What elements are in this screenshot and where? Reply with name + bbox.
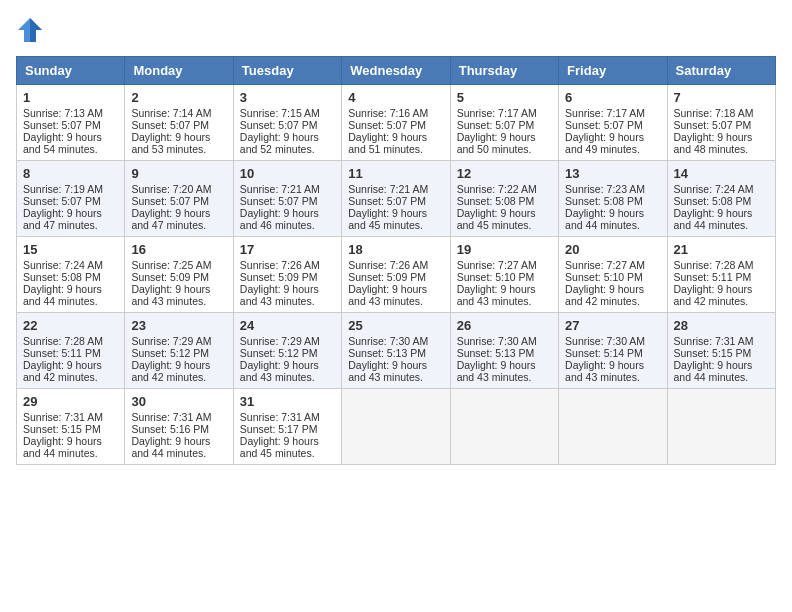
day-number: 20 [565, 242, 660, 257]
daylight-text: Daylight: 9 hours and 45 minutes. [240, 435, 319, 459]
calendar-day: 2Sunrise: 7:14 AMSunset: 5:07 PMDaylight… [125, 85, 233, 161]
daylight-text: Daylight: 9 hours and 54 minutes. [23, 131, 102, 155]
day-number: 28 [674, 318, 769, 333]
calendar-day: 31Sunrise: 7:31 AMSunset: 5:17 PMDayligh… [233, 389, 341, 465]
daylight-text: Daylight: 9 hours and 47 minutes. [23, 207, 102, 231]
daylight-text: Daylight: 9 hours and 44 minutes. [674, 207, 753, 231]
calendar-day: 5Sunrise: 7:17 AMSunset: 5:07 PMDaylight… [450, 85, 558, 161]
sunrise-text: Sunrise: 7:24 AM [23, 259, 103, 271]
daylight-text: Daylight: 9 hours and 47 minutes. [131, 207, 210, 231]
day-number: 31 [240, 394, 335, 409]
daylight-text: Daylight: 9 hours and 43 minutes. [457, 359, 536, 383]
sunrise-text: Sunrise: 7:31 AM [240, 411, 320, 423]
calendar-header-row: SundayMondayTuesdayWednesdayThursdayFrid… [17, 57, 776, 85]
weekday-header: Thursday [450, 57, 558, 85]
day-number: 16 [131, 242, 226, 257]
sunrise-text: Sunrise: 7:26 AM [348, 259, 428, 271]
day-number: 5 [457, 90, 552, 105]
sunset-text: Sunset: 5:14 PM [565, 347, 643, 359]
sunrise-text: Sunrise: 7:21 AM [348, 183, 428, 195]
sunset-text: Sunset: 5:15 PM [23, 423, 101, 435]
day-number: 25 [348, 318, 443, 333]
sunset-text: Sunset: 5:13 PM [348, 347, 426, 359]
calendar-day: 13Sunrise: 7:23 AMSunset: 5:08 PMDayligh… [559, 161, 667, 237]
daylight-text: Daylight: 9 hours and 43 minutes. [457, 283, 536, 307]
day-number: 21 [674, 242, 769, 257]
daylight-text: Daylight: 9 hours and 46 minutes. [240, 207, 319, 231]
calendar-day: 15Sunrise: 7:24 AMSunset: 5:08 PMDayligh… [17, 237, 125, 313]
daylight-text: Daylight: 9 hours and 51 minutes. [348, 131, 427, 155]
day-number: 24 [240, 318, 335, 333]
calendar-day: 18Sunrise: 7:26 AMSunset: 5:09 PMDayligh… [342, 237, 450, 313]
calendar-day: 30Sunrise: 7:31 AMSunset: 5:16 PMDayligh… [125, 389, 233, 465]
sunrise-text: Sunrise: 7:16 AM [348, 107, 428, 119]
calendar-week-row: 22Sunrise: 7:28 AMSunset: 5:11 PMDayligh… [17, 313, 776, 389]
daylight-text: Daylight: 9 hours and 43 minutes. [348, 283, 427, 307]
day-number: 2 [131, 90, 226, 105]
sunrise-text: Sunrise: 7:17 AM [457, 107, 537, 119]
sunrise-text: Sunrise: 7:30 AM [348, 335, 428, 347]
sunset-text: Sunset: 5:17 PM [240, 423, 318, 435]
day-number: 30 [131, 394, 226, 409]
sunrise-text: Sunrise: 7:25 AM [131, 259, 211, 271]
sunrise-text: Sunrise: 7:22 AM [457, 183, 537, 195]
sunrise-text: Sunrise: 7:28 AM [23, 335, 103, 347]
weekday-header: Wednesday [342, 57, 450, 85]
day-number: 10 [240, 166, 335, 181]
sunrise-text: Sunrise: 7:28 AM [674, 259, 754, 271]
daylight-text: Daylight: 9 hours and 45 minutes. [457, 207, 536, 231]
calendar-day: 23Sunrise: 7:29 AMSunset: 5:12 PMDayligh… [125, 313, 233, 389]
sunrise-text: Sunrise: 7:29 AM [240, 335, 320, 347]
sunset-text: Sunset: 5:07 PM [23, 195, 101, 207]
day-number: 4 [348, 90, 443, 105]
calendar-day: 10Sunrise: 7:21 AMSunset: 5:07 PMDayligh… [233, 161, 341, 237]
sunset-text: Sunset: 5:15 PM [674, 347, 752, 359]
daylight-text: Daylight: 9 hours and 44 minutes. [565, 207, 644, 231]
sunrise-text: Sunrise: 7:24 AM [674, 183, 754, 195]
sunrise-text: Sunrise: 7:13 AM [23, 107, 103, 119]
sunrise-text: Sunrise: 7:26 AM [240, 259, 320, 271]
daylight-text: Daylight: 9 hours and 53 minutes. [131, 131, 210, 155]
weekday-header: Tuesday [233, 57, 341, 85]
sunset-text: Sunset: 5:11 PM [674, 271, 752, 283]
day-number: 11 [348, 166, 443, 181]
sunrise-text: Sunrise: 7:27 AM [565, 259, 645, 271]
calendar-day: 26Sunrise: 7:30 AMSunset: 5:13 PMDayligh… [450, 313, 558, 389]
day-number: 19 [457, 242, 552, 257]
sunset-text: Sunset: 5:07 PM [348, 195, 426, 207]
day-number: 6 [565, 90, 660, 105]
day-number: 27 [565, 318, 660, 333]
sunrise-text: Sunrise: 7:18 AM [674, 107, 754, 119]
daylight-text: Daylight: 9 hours and 43 minutes. [240, 283, 319, 307]
calendar-day: 20Sunrise: 7:27 AMSunset: 5:10 PMDayligh… [559, 237, 667, 313]
day-number: 15 [23, 242, 118, 257]
calendar-day: 4Sunrise: 7:16 AMSunset: 5:07 PMDaylight… [342, 85, 450, 161]
sunset-text: Sunset: 5:08 PM [565, 195, 643, 207]
sunrise-text: Sunrise: 7:27 AM [457, 259, 537, 271]
weekday-header: Friday [559, 57, 667, 85]
calendar-week-row: 8Sunrise: 7:19 AMSunset: 5:07 PMDaylight… [17, 161, 776, 237]
calendar-day: 29Sunrise: 7:31 AMSunset: 5:15 PMDayligh… [17, 389, 125, 465]
sunset-text: Sunset: 5:09 PM [240, 271, 318, 283]
daylight-text: Daylight: 9 hours and 44 minutes. [23, 283, 102, 307]
daylight-text: Daylight: 9 hours and 44 minutes. [131, 435, 210, 459]
sunrise-text: Sunrise: 7:15 AM [240, 107, 320, 119]
calendar-day: 9Sunrise: 7:20 AMSunset: 5:07 PMDaylight… [125, 161, 233, 237]
empty-day [667, 389, 775, 465]
day-number: 7 [674, 90, 769, 105]
sunset-text: Sunset: 5:10 PM [565, 271, 643, 283]
empty-day [342, 389, 450, 465]
calendar-day: 3Sunrise: 7:15 AMSunset: 5:07 PMDaylight… [233, 85, 341, 161]
calendar-day: 25Sunrise: 7:30 AMSunset: 5:13 PMDayligh… [342, 313, 450, 389]
calendar-day: 12Sunrise: 7:22 AMSunset: 5:08 PMDayligh… [450, 161, 558, 237]
sunset-text: Sunset: 5:07 PM [131, 195, 209, 207]
logo [16, 16, 50, 44]
calendar-day: 1Sunrise: 7:13 AMSunset: 5:07 PMDaylight… [17, 85, 125, 161]
sunrise-text: Sunrise: 7:30 AM [565, 335, 645, 347]
weekday-header: Saturday [667, 57, 775, 85]
daylight-text: Daylight: 9 hours and 43 minutes. [131, 283, 210, 307]
sunset-text: Sunset: 5:08 PM [674, 195, 752, 207]
sunset-text: Sunset: 5:12 PM [240, 347, 318, 359]
sunset-text: Sunset: 5:11 PM [23, 347, 101, 359]
sunrise-text: Sunrise: 7:30 AM [457, 335, 537, 347]
